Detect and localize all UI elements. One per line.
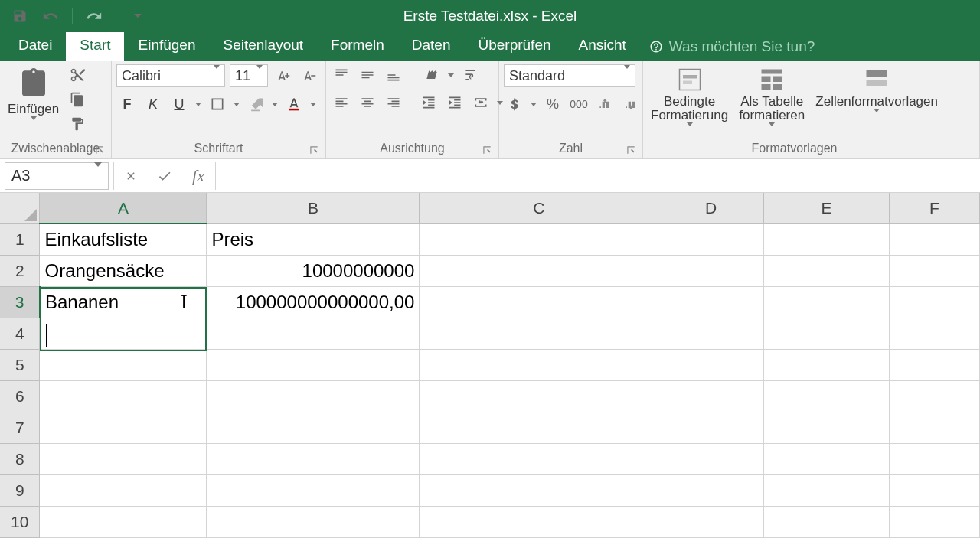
cell-E1[interactable] (764, 223, 890, 255)
align-center-icon[interactable] (357, 92, 378, 113)
cell-E9[interactable] (764, 474, 890, 506)
tab-seitenlayout[interactable]: Seitenlayout (210, 31, 318, 61)
cell-E4[interactable] (764, 318, 890, 349)
cell-E10[interactable] (764, 506, 890, 537)
cell-E7[interactable] (764, 412, 890, 443)
row-header-7[interactable]: 7 (0, 412, 40, 443)
align-middle-icon[interactable] (357, 64, 378, 86)
increase-indent-icon[interactable] (444, 92, 466, 113)
cell-A7[interactable] (40, 412, 207, 443)
cell-C10[interactable] (420, 506, 658, 537)
cell-B1[interactable]: Preis (207, 223, 420, 255)
cell-F8[interactable] (889, 443, 979, 474)
cell-D5[interactable] (658, 349, 764, 380)
select-all-button[interactable] (0, 193, 40, 223)
row-header-10[interactable]: 10 (0, 506, 40, 537)
cell-A6[interactable] (40, 380, 207, 412)
format-painter-icon[interactable] (67, 113, 88, 135)
cell-F4[interactable] (889, 318, 979, 349)
row-header-3[interactable]: 3 (0, 286, 40, 318)
cell-F10[interactable] (889, 506, 979, 537)
tab-daten[interactable]: Daten (398, 31, 465, 61)
cell-E6[interactable] (764, 380, 890, 412)
underline-button[interactable]: U (168, 93, 190, 115)
cell-A3[interactable]: Bananen (40, 286, 207, 318)
cell-D7[interactable] (658, 412, 764, 443)
undo-icon[interactable] (40, 5, 61, 27)
cell-B2[interactable]: 10000000000 (207, 255, 420, 286)
cell-D2[interactable] (658, 255, 764, 286)
cell-B5[interactable] (207, 349, 420, 380)
insert-function-icon[interactable]: fx (181, 162, 215, 190)
col-header-D[interactable]: D (658, 193, 764, 223)
format-as-table-button[interactable]: Als Tabelle formatieren (736, 64, 808, 128)
save-icon[interactable] (9, 5, 31, 27)
row-header-9[interactable]: 9 (0, 474, 40, 506)
cell-B4[interactable] (207, 318, 420, 349)
redo-icon[interactable] (83, 5, 105, 27)
cell-D1[interactable] (658, 223, 764, 255)
enter-edit-icon[interactable] (148, 162, 181, 190)
qat-customize-icon[interactable] (127, 5, 149, 27)
cell-C2[interactable] (420, 255, 658, 286)
borders-icon[interactable] (207, 93, 228, 115)
increase-decimal-icon[interactable] (594, 93, 616, 115)
formula-input[interactable] (215, 162, 980, 190)
cancel-edit-icon[interactable] (114, 162, 148, 190)
orientation-icon[interactable] (421, 64, 443, 86)
cell-D10[interactable] (658, 506, 764, 537)
cell-F9[interactable] (889, 474, 979, 506)
cell-A9[interactable] (40, 474, 207, 506)
dialog-launcher-icon[interactable] (482, 145, 492, 155)
tab-ansicht[interactable]: Ansicht (565, 31, 640, 61)
increase-font-icon[interactable] (273, 65, 294, 86)
cell-D4[interactable] (658, 318, 764, 349)
cell-C3[interactable] (420, 286, 658, 318)
align-top-icon[interactable] (331, 64, 352, 86)
dialog-launcher-icon[interactable] (94, 145, 105, 155)
bold-button[interactable]: F (116, 93, 138, 115)
cell-D8[interactable] (658, 443, 764, 474)
accounting-format-icon[interactable] (504, 93, 525, 115)
font-name-combo[interactable]: Calibri (116, 64, 225, 87)
cell-C6[interactable] (420, 380, 658, 412)
font-size-combo[interactable]: 11 (230, 64, 268, 87)
fill-color-icon[interactable] (245, 93, 266, 115)
cell-C8[interactable] (420, 443, 658, 474)
cell-C4[interactable] (420, 318, 658, 349)
row-header-5[interactable]: 5 (0, 349, 40, 380)
paste-button[interactable]: Einfügen (5, 64, 62, 122)
tab-ueberpruefen[interactable]: Überprüfen (464, 31, 564, 61)
tab-formeln[interactable]: Formeln (317, 31, 398, 61)
number-format-combo[interactable]: Standard (504, 64, 635, 87)
merge-center-icon[interactable] (470, 92, 492, 113)
row-header-8[interactable]: 8 (0, 443, 40, 474)
worksheet-grid[interactable]: A B C D E F 1EinkaufslistePreis2Orangens… (0, 193, 980, 538)
cell-D6[interactable] (658, 380, 764, 412)
decrease-indent-icon[interactable] (418, 92, 439, 113)
cell-C7[interactable] (420, 412, 658, 443)
col-header-E[interactable]: E (764, 193, 890, 223)
cell-E5[interactable] (764, 349, 890, 380)
cell-A1[interactable]: Einkaufsliste (40, 223, 207, 255)
row-header-1[interactable]: 1 (0, 223, 40, 255)
conditional-formatting-button[interactable]: Bedingte Formatierung (648, 64, 731, 128)
cell-A2[interactable]: Orangensäcke (40, 255, 207, 286)
cell-F3[interactable] (889, 286, 979, 318)
cell-C1[interactable] (420, 223, 658, 255)
percent-style-icon[interactable]: % (542, 93, 564, 115)
cell-F5[interactable] (889, 349, 979, 380)
decrease-font-icon[interactable] (299, 65, 320, 86)
row-header-4[interactable]: 4 (0, 318, 40, 349)
cell-C5[interactable] (420, 349, 658, 380)
dialog-launcher-icon[interactable] (626, 145, 636, 155)
cell-B6[interactable] (207, 380, 420, 412)
tab-einfuegen[interactable]: Einfügen (124, 31, 209, 61)
cell-F7[interactable] (889, 412, 979, 443)
font-color-icon[interactable] (283, 93, 305, 115)
tab-start[interactable]: Start (66, 31, 124, 61)
cell-C9[interactable] (420, 474, 658, 506)
underline-dropdown[interactable] (194, 103, 202, 106)
dialog-launcher-icon[interactable] (309, 145, 319, 155)
wrap-text-icon[interactable] (459, 64, 481, 86)
